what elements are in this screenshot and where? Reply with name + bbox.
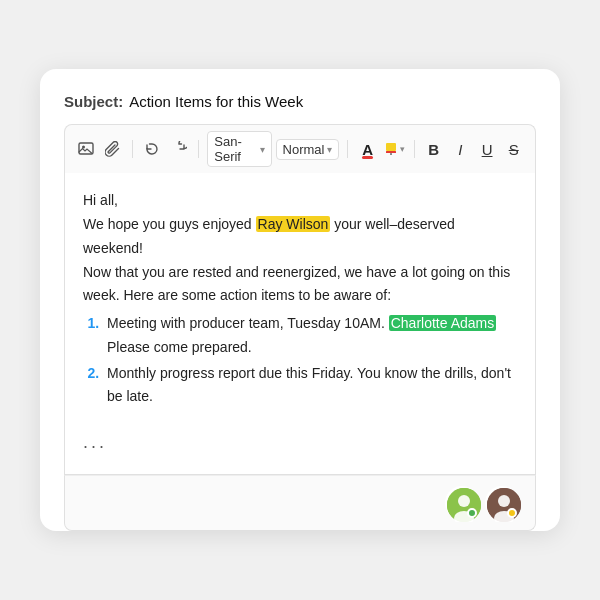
image-icon[interactable]: [75, 135, 98, 163]
svg-point-6: [458, 495, 470, 507]
redo-icon[interactable]: [168, 135, 191, 163]
subject-label: Subject:: [64, 93, 123, 110]
line1-text: We hope you guys enjoyed Ray Wilson your…: [83, 213, 517, 261]
svg-rect-2: [386, 143, 396, 151]
ray-wilson-highlight: Ray Wilson: [256, 216, 331, 232]
svg-rect-4: [390, 153, 392, 155]
editor-toolbar: San-Serif ▾ Normal ▾ A ▾ B I: [64, 124, 536, 173]
font-family-select[interactable]: San-Serif ▾: [207, 131, 271, 167]
highlight-color-button[interactable]: ▾: [383, 135, 406, 163]
attachment-icon[interactable]: [102, 135, 125, 163]
undo-icon[interactable]: [141, 135, 164, 163]
font-family-chevron: ▾: [260, 144, 265, 155]
svg-point-9: [498, 495, 510, 507]
list-item-1: Meeting with producer team, Tuesday 10AM…: [103, 312, 517, 360]
bold-button[interactable]: B: [422, 135, 445, 163]
toolbar-divider-4: [414, 140, 415, 158]
editor-body[interactable]: Hi all, We hope you guys enjoyed Ray Wil…: [64, 173, 536, 475]
list-item-2: Monthly progress report due this Friday.…: [103, 362, 517, 410]
toolbar-divider-3: [347, 140, 348, 158]
avatar-charlotte-adams[interactable]: [485, 486, 519, 520]
font-color-indicator: [362, 156, 373, 159]
editor-footer: [64, 475, 536, 531]
font-size-chevron: ▾: [327, 144, 332, 155]
toolbar-divider-2: [198, 140, 199, 158]
subject-row: Subject: Action Items for this Week: [64, 93, 536, 110]
toolbar-divider-1: [132, 140, 133, 158]
charlotte-adams-highlight: Charlotte Adams: [389, 315, 497, 331]
line3-text: Now that you are rested and reenergized,…: [83, 261, 517, 309]
ray-wilson-status-dot: [467, 508, 477, 518]
strikethrough-button[interactable]: S: [502, 135, 525, 163]
underline-button[interactable]: U: [476, 135, 499, 163]
italic-button[interactable]: I: [449, 135, 472, 163]
email-card: Subject: Action Items for this Week: [40, 69, 560, 531]
avatar-ray-wilson[interactable]: [445, 486, 479, 520]
greeting-text: Hi all,: [83, 189, 517, 213]
font-size-select[interactable]: Normal ▾: [276, 139, 340, 160]
font-color-button[interactable]: A: [356, 135, 379, 163]
charlotte-adams-status-dot: [507, 508, 517, 518]
ellipsis-text: ...: [83, 427, 517, 458]
action-items-list: Meeting with producer team, Tuesday 10AM…: [103, 312, 517, 409]
subject-value: Action Items for this Week: [129, 93, 303, 110]
svg-rect-3: [386, 151, 396, 153]
